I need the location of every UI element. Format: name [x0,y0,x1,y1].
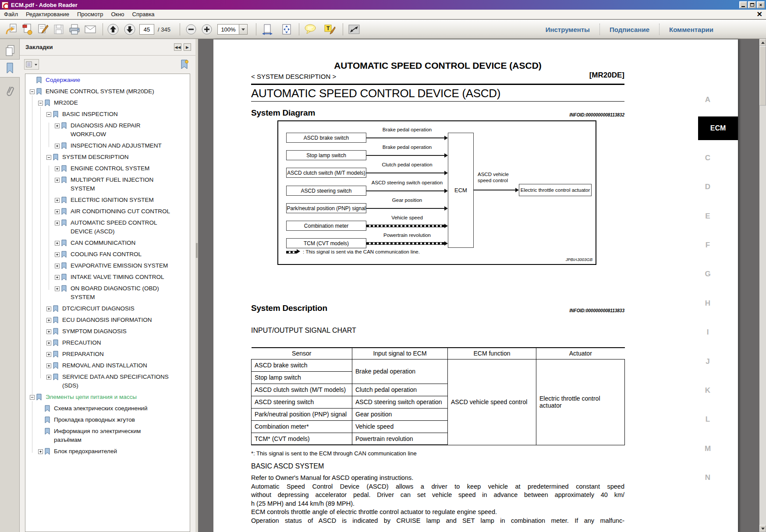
expand-panel-icon[interactable]: ▶ [184,43,191,51]
expand-plus-icon[interactable] [46,375,51,380]
menu-item[interactable]: Редактирование [22,10,73,18]
ribbon-tab[interactable]: Комментарии [660,26,723,33]
expand-plus-icon[interactable] [55,123,60,128]
expand-plus-icon[interactable] [55,144,60,148]
collapse-minus-icon[interactable] [46,112,51,117]
bookmark-item[interactable]: COOLING FAN CONTROL [25,250,190,261]
maximize-button[interactable] [748,1,756,8]
bookmark-label: INSPECTION AND ADJUSTMENT [71,141,162,150]
bookmark-item[interactable]: DTC/CIRCUIT DIAGNOSIS [25,304,190,316]
close-document-icon[interactable]: ✕ [757,10,762,18]
expand-plus-icon[interactable] [46,363,51,368]
bookmark-item[interactable]: AUTOMATIC SPEED CONTROLDEVICE (ASCD) [25,218,190,239]
io-signal-table: SensorInput signal to ECMECM functionAct… [251,347,625,445]
menu-item[interactable]: Файл [0,10,22,18]
expand-plus-icon[interactable] [46,318,51,323]
expand-plus-icon[interactable] [38,449,43,454]
zoom-out-icon[interactable] [184,23,198,36]
bookmark-item[interactable]: SERVICE DATA AND SPECIFICATIONS(SDS) [25,373,190,393]
pages-panel-icon[interactable] [0,42,20,60]
bookmark-options-icon[interactable] [24,59,39,70]
bookmarks-panel-icon[interactable] [0,59,20,78]
zoom-level-input[interactable]: 100% [217,24,239,35]
bookmark-item[interactable]: Прокладка проводных жгутов [25,416,190,427]
expand-plus-icon[interactable] [55,166,60,171]
expand-plus-icon[interactable] [55,264,60,268]
bookmark-item[interactable]: SYMPTOM DIAGNOSIS [25,327,190,338]
prev-page-icon[interactable] [106,23,120,36]
comment-icon[interactable] [303,23,317,36]
attachments-panel-icon[interactable] [0,82,20,100]
sign-icon[interactable] [36,23,50,36]
bookmark-item[interactable]: INSPECTION AND ADJUSTMENT [25,141,190,153]
bookmark-item[interactable]: ENGINE CONTROL SYSTEM (MR20DE) [25,87,190,99]
expand-plus-icon[interactable] [55,178,60,183]
expand-plus-icon[interactable] [55,209,60,214]
save-icon[interactable] [52,23,66,36]
ribbon-tab[interactable]: Подписание [600,26,659,33]
bookmark-item[interactable]: PREPARATION [25,350,190,361]
expand-plus-icon[interactable] [55,275,60,280]
zoom-in-icon[interactable] [200,23,214,36]
bookmark-item[interactable]: SYSTEM DESCRIPTION [25,153,190,164]
new-bookmark-icon[interactable] [180,59,189,72]
bookmark-item[interactable]: MULTIPORT FUEL INJECTIONSYSTEM [25,176,190,196]
highlight-icon[interactable]: T [323,23,337,36]
bookmark-item[interactable]: PRECAUTION [25,338,190,350]
bookmark-item[interactable]: ON BOARD DIAGNOSTIC (OBD)SYSTEM [25,284,190,304]
bookmark-item[interactable]: Блок предохранителей [25,447,190,458]
bookmark-item[interactable]: DIAGNOSIS AND REPAIRWORKFLOW [25,121,190,141]
scroll-up-icon[interactable] [759,39,766,46]
print-icon[interactable] [67,23,82,36]
bookmark-item[interactable]: CAN COMMUNICATION [25,239,190,250]
bookmark-item[interactable]: ELECTRIC IGNITION SYSTEM [25,196,190,207]
bookmark-item[interactable]: Схема электрических соединений [25,404,190,416]
ecm-section-tab: ECM [698,116,738,140]
margin-section-letter: L [701,415,714,424]
fit-page-icon[interactable] [280,23,294,36]
scrollbar-thumb[interactable] [759,46,766,106]
page-number-input[interactable]: 45 [139,24,154,35]
scroll-down-icon[interactable] [759,525,766,532]
bookmark-item[interactable]: ECU DIAGNOSIS INFORMATION [25,316,190,327]
bookmark-item[interactable]: ENGINE CONTROL SYSTEM [25,164,190,176]
collapse-minus-icon[interactable] [30,89,35,94]
fullscreen-icon[interactable] [347,23,361,36]
next-page-icon[interactable] [123,23,137,36]
bookmark-item[interactable]: EVAPORATIVE EMISSION SYSTEM [25,261,190,273]
menu-item[interactable]: Просмотр [73,10,107,18]
fit-width-icon[interactable] [260,23,274,36]
bookmark-item[interactable]: BASIC INSPECTION [25,110,190,121]
collapse-minus-icon[interactable] [46,155,51,160]
open-icon[interactable] [4,23,18,36]
create-pdf-icon[interactable] [20,23,34,36]
email-icon[interactable] [83,23,97,36]
bookmark-item[interactable]: REMOVAL AND INSTALLATION [25,361,190,373]
minimize-button[interactable] [739,1,747,8]
bookmark-item[interactable]: Элементы цепи питания и массы [25,393,190,404]
bookmark-label: SYMPTOM DIAGNOSIS [62,327,127,336]
expand-plus-icon[interactable] [46,329,51,334]
expand-plus-icon[interactable] [46,307,51,311]
close-button[interactable]: × [757,1,765,8]
ribbon-tabs: ИнструментыПодписаниеКомментарии [536,23,723,36]
expand-plus-icon[interactable] [46,341,51,345]
vertical-scrollbar[interactable] [759,39,766,532]
expand-plus-icon[interactable] [55,221,60,225]
bookmark-item[interactable]: INTAKE VALVE TIMING CONTROL [25,273,190,284]
collapse-minus-icon[interactable] [38,101,43,106]
bookmark-item[interactable]: AIR CONDITIONING CUT CONTROL [25,207,190,218]
expand-plus-icon[interactable] [55,252,60,257]
expand-plus-icon[interactable] [55,241,60,246]
collapse-panel-icon[interactable]: ◀◀ [174,43,181,51]
bookmark-item[interactable]: Содержание [25,76,190,87]
expand-plus-icon[interactable] [55,286,60,291]
zoom-dropdown-icon[interactable] [239,24,248,35]
bookmark-item[interactable]: Информация по электрическимразъёмам [25,427,190,447]
bookmark-item[interactable]: MR20DE [25,99,190,110]
ribbon-tab[interactable]: Инструменты [536,26,599,33]
menu-item[interactable]: Окно [107,10,128,18]
menu-item[interactable]: Справка [128,10,159,18]
expand-plus-icon[interactable] [55,198,60,203]
expand-plus-icon[interactable] [46,352,51,357]
